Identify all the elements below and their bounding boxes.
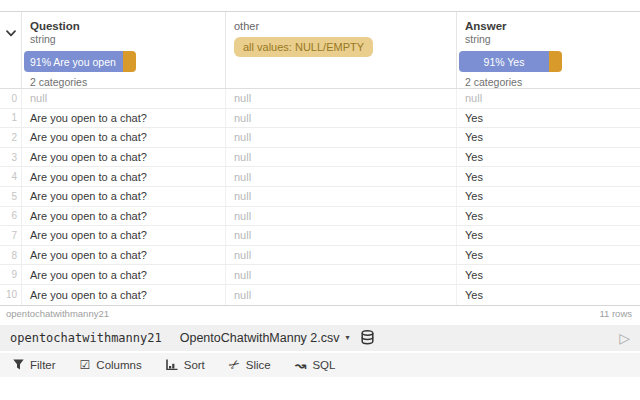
cell-question[interactable]: Are you open to a chat? <box>22 148 226 167</box>
checked-box-icon: ☑ <box>80 359 91 371</box>
column-header-answer[interactable]: Answer string 91% Yes 2 categories <box>457 12 640 88</box>
cell-answer[interactable]: Yes <box>457 148 640 167</box>
table-row[interactable]: 1 Are you open to a chat? null Yes <box>0 109 640 129</box>
run-play-button[interactable]: ▷ <box>619 331 630 345</box>
column-header-other[interactable]: other all values: NULL/EMPTY <box>226 12 457 88</box>
table-row[interactable]: 0 null null null <box>0 89 640 109</box>
cell-other[interactable]: null <box>226 148 457 167</box>
table-row[interactable]: 3 Are you open to a chat? null Yes <box>0 148 640 168</box>
column-dtype: string <box>30 33 225 45</box>
slice-button[interactable]: ✂ Slice <box>229 358 271 371</box>
cell-answer[interactable]: Yes <box>457 187 640 206</box>
chevron-down-icon[interactable] <box>6 23 16 41</box>
cell-question[interactable]: Are you open to a chat? <box>22 167 226 186</box>
grid-footer: opentochatwithmanny21 11 rows <box>0 306 640 321</box>
cell-answer[interactable]: Yes <box>457 246 640 265</box>
row-index: 7 <box>0 226 22 245</box>
histogram-tail-segment <box>123 51 136 72</box>
database-icon <box>361 330 374 345</box>
cell-other[interactable]: null <box>226 285 457 305</box>
row-index: 2 <box>0 128 22 147</box>
row-index: 3 <box>0 148 22 167</box>
row-index: 5 <box>0 187 22 206</box>
column-title: Answer <box>465 20 640 32</box>
cell-other[interactable]: null <box>226 167 457 186</box>
column-title: Question <box>30 20 225 32</box>
index-column-header[interactable] <box>0 12 22 88</box>
sql-button[interactable]: ↝ SQL <box>295 358 336 372</box>
cell-question[interactable]: Are you open to a chat? <box>22 285 226 305</box>
null-empty-badge: all values: NULL/EMPTY <box>234 37 373 57</box>
cell-answer[interactable]: null <box>457 89 640 108</box>
cell-other[interactable]: null <box>226 128 457 147</box>
sort-label: Sort <box>184 359 205 371</box>
table-row[interactable]: 5 Are you open to a chat? null Yes <box>0 187 640 207</box>
histogram-bar[interactable]: 91% Are you open <box>24 51 136 72</box>
histogram-bar[interactable]: 91% Yes <box>459 51 562 72</box>
sort-button[interactable]: Sort <box>166 359 205 371</box>
column-dtype: string <box>465 33 640 45</box>
histogram-main-segment: 91% Yes <box>459 51 549 72</box>
table-row[interactable]: 6 Are you open to a chat? null Yes <box>0 207 640 227</box>
cell-answer[interactable]: Yes <box>457 226 640 245</box>
column-categories: 2 categories <box>30 76 225 88</box>
grid-header-row: Question string 91% Are you open 2 categ… <box>0 12 640 89</box>
cell-question[interactable]: null <box>22 89 226 108</box>
row-index: 9 <box>0 265 22 284</box>
table-row[interactable]: 7 Are you open to a chat? null Yes <box>0 226 640 246</box>
cell-other[interactable]: null <box>226 89 457 108</box>
cell-question[interactable]: Are you open to a chat? <box>22 265 226 284</box>
cell-other[interactable]: null <box>226 265 457 284</box>
cell-question[interactable]: Are you open to a chat? <box>22 246 226 265</box>
cell-other[interactable]: null <box>226 226 457 245</box>
file-select-dropdown[interactable]: OpentoChatwithManny 2.csv ▾ <box>180 331 350 345</box>
row-index: 0 <box>0 89 22 108</box>
sort-bars-icon <box>166 359 178 370</box>
cell-answer[interactable]: Yes <box>457 285 640 305</box>
data-table-app: Question string 91% Are you open 2 categ… <box>0 0 640 400</box>
table-row[interactable]: 9 Are you open to a chat? null Yes <box>0 265 640 285</box>
database-button[interactable] <box>361 330 374 345</box>
table-row[interactable]: 4 Are you open to a chat? null Yes <box>0 167 640 187</box>
squiggle-arrow-icon: ↝ <box>295 358 307 372</box>
cell-answer[interactable]: Yes <box>457 167 640 186</box>
cell-other[interactable]: null <box>226 246 457 265</box>
cell-question[interactable]: Are you open to a chat? <box>22 226 226 245</box>
dataframe-name: opentochatwithmanny21 <box>10 331 162 345</box>
toolbar: opentochatwithmanny21 OpentoChatwithMann… <box>0 325 640 351</box>
cell-answer[interactable]: Yes <box>457 128 640 147</box>
table-body: 0 null null null 1 Are you open to a cha… <box>0 89 640 305</box>
table-row[interactable]: 8 Are you open to a chat? null Yes <box>0 246 640 266</box>
filter-button[interactable]: Filter <box>13 359 56 371</box>
sql-label: SQL <box>312 359 335 371</box>
cell-answer[interactable]: Yes <box>457 109 640 128</box>
row-index: 1 <box>0 109 22 128</box>
cell-question[interactable]: Are you open to a chat? <box>22 207 226 226</box>
table-row[interactable]: 2 Are you open to a chat? null Yes <box>0 128 640 148</box>
cell-question[interactable]: Are you open to a chat? <box>22 187 226 206</box>
cell-other[interactable]: null <box>226 109 457 128</box>
scissors-icon: ✂ <box>226 356 242 373</box>
row-index: 4 <box>0 167 22 186</box>
row-count-label: 11 rows <box>599 308 632 319</box>
columns-label: Columns <box>96 359 141 371</box>
funnel-icon <box>13 359 24 370</box>
cell-question[interactable]: Are you open to a chat? <box>22 128 226 147</box>
filter-label: Filter <box>30 359 56 371</box>
columns-button[interactable]: ☑ Columns <box>80 359 142 371</box>
cell-answer[interactable]: Yes <box>457 265 640 284</box>
column-header-question[interactable]: Question string 91% Are you open 2 categ… <box>22 12 226 88</box>
cell-question[interactable]: Are you open to a chat? <box>22 109 226 128</box>
table-row[interactable]: 10 Are you open to a chat? null Yes <box>0 285 640 305</box>
data-grid: Question string 91% Are you open 2 categ… <box>0 11 640 306</box>
histogram-tail-segment <box>549 51 562 72</box>
cell-other[interactable]: null <box>226 187 457 206</box>
top-gap <box>0 0 640 11</box>
action-bar: Filter ☑ Columns Sort ✂ Slice ↝ SQL <box>0 353 640 377</box>
cell-other[interactable]: null <box>226 207 457 226</box>
dataframe-name-label: opentochatwithmanny21 <box>6 308 109 319</box>
cell-answer[interactable]: Yes <box>457 207 640 226</box>
histogram-main-segment: 91% Are you open <box>24 51 123 72</box>
row-index: 6 <box>0 207 22 226</box>
caret-down-icon: ▾ <box>346 333 350 342</box>
